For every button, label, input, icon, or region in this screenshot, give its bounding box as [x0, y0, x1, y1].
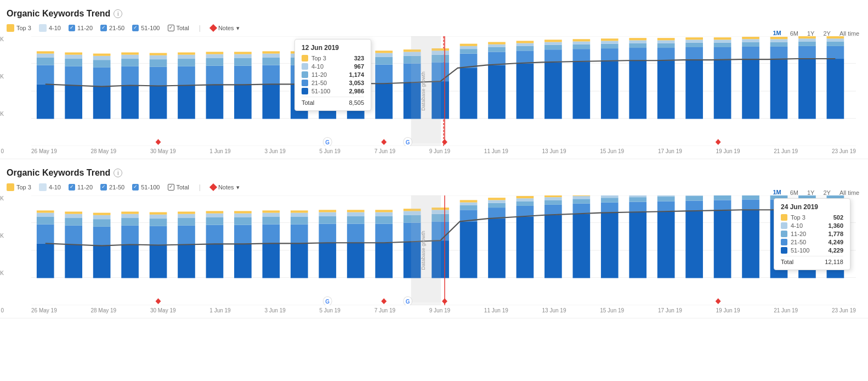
- legend-21-50-check-1[interactable]: [100, 25, 107, 31]
- legend-11-20-2[interactable]: 11-20: [69, 184, 93, 190]
- svg-rect-19: [93, 54, 111, 56]
- svg-rect-143: [798, 46, 816, 59]
- legend-total-check-2[interactable]: [168, 184, 174, 190]
- legend-11-20-label-1: 11-20: [77, 25, 93, 31]
- svg-rect-127: [714, 60, 731, 119]
- svg-rect-12: [65, 59, 82, 66]
- tooltip-val-11-20-1: 1,174: [349, 71, 364, 78]
- x2-label-5: 3 Jun 19: [264, 307, 285, 313]
- svg-rect-267: [572, 214, 590, 278]
- svg-marker-154: [381, 139, 387, 145]
- svg-rect-65: [375, 83, 393, 119]
- svg-rect-170: [37, 243, 54, 278]
- legend-bar-1: Top 3 4-10 11-20 21-50 51-100 Total: [7, 24, 861, 32]
- legend-11-20-check-2[interactable]: [69, 184, 75, 190]
- chart-panel-2: Organic Keywords Trend i Top 3 4-10 11-2…: [0, 159, 868, 318]
- svg-rect-133: [742, 47, 759, 59]
- svg-rect-285: [685, 200, 703, 211]
- tooltip-color-top3-2: [781, 214, 787, 221]
- legend-21-50-2[interactable]: 21-50: [100, 184, 124, 190]
- legend-21-50-1[interactable]: 21-50: [100, 25, 124, 31]
- svg-rect-40: [234, 85, 252, 119]
- x-label-12: 17 Jun 19: [658, 148, 682, 154]
- legend-11-20-1[interactable]: 11-20: [69, 25, 93, 31]
- notes-btn-1[interactable]: Notes ▾: [211, 25, 240, 32]
- svg-rect-135: [742, 39, 759, 42]
- svg-rect-21: [121, 66, 139, 86]
- svg-rect-28: [150, 55, 167, 59]
- svg-rect-150: [827, 38, 844, 41]
- chart-container-2: 15K 10K 5K 0: [7, 195, 861, 313]
- notes-chevron-1: ▾: [236, 25, 240, 32]
- tooltip-color-51-100-2: [781, 247, 787, 254]
- y-axis-1: 15K 10K 5K 0: [0, 36, 4, 154]
- svg-rect-279: [629, 195, 646, 197]
- svg-rect-289: [714, 200, 731, 210]
- notes-btn-2[interactable]: Notes ▾: [211, 184, 240, 191]
- svg-rect-182: [93, 219, 111, 227]
- svg-rect-149: [827, 41, 844, 46]
- tooltip-total-value-2: 12,118: [825, 259, 843, 265]
- legend-4-10-label-2: 4-10: [49, 184, 61, 190]
- svg-rect-5: [37, 84, 54, 119]
- info-icon-2[interactable]: i: [114, 169, 122, 177]
- legend-51-100-check-2[interactable]: [132, 184, 139, 190]
- svg-rect-228: [347, 212, 365, 216]
- tooltip-color-11-20-2: [781, 231, 787, 237]
- svg-rect-9: [37, 51, 54, 53]
- svg-rect-31: [178, 66, 195, 86]
- legend-top3-1[interactable]: Top 3: [7, 24, 31, 32]
- legend-total-1[interactable]: Total: [168, 25, 189, 31]
- svg-rect-148: [827, 46, 844, 59]
- legend-51-100-check-1[interactable]: [132, 25, 139, 31]
- legend-total-2[interactable]: Total: [168, 184, 189, 190]
- svg-rect-130: [714, 40, 731, 42]
- svg-rect-35: [206, 85, 224, 119]
- x2-label-7: 7 Jun 19: [375, 307, 395, 313]
- svg-rect-39: [206, 52, 224, 54]
- svg-rect-30: [178, 85, 195, 119]
- svg-rect-185: [121, 244, 139, 278]
- info-icon-1[interactable]: i: [114, 9, 122, 18]
- svg-rect-210: [263, 243, 280, 278]
- svg-rect-192: [150, 218, 167, 226]
- svg-text:Database growth: Database growth: [421, 231, 427, 270]
- svg-rect-232: [375, 216, 393, 224]
- svg-rect-219: [291, 210, 308, 212]
- x2-label-8: 9 Jun 19: [429, 307, 450, 313]
- x2-label-10: 13 Jun 19: [542, 307, 566, 313]
- legend-21-50-check-2[interactable]: [100, 184, 107, 190]
- legend-51-100-2[interactable]: 51-100: [132, 184, 160, 190]
- chart-title-text-1: Organic Keywords Trend: [7, 9, 110, 19]
- notes-diamond-2: [209, 183, 217, 191]
- svg-rect-287: [685, 195, 703, 196]
- legend-4-10-1[interactable]: 4-10: [39, 24, 61, 32]
- svg-rect-225: [347, 243, 365, 278]
- svg-text:G: G: [406, 299, 410, 305]
- legend-51-100-1[interactable]: 51-100: [132, 25, 160, 31]
- svg-rect-20: [121, 85, 139, 119]
- svg-rect-45: [263, 84, 280, 119]
- x2-label-2: 28 May 19: [90, 307, 116, 313]
- svg-rect-49: [263, 51, 280, 53]
- svg-marker-303: [156, 298, 161, 304]
- svg-rect-207: [234, 217, 252, 225]
- legend-4-10-2[interactable]: 4-10: [39, 183, 61, 191]
- svg-rect-100: [544, 42, 562, 45]
- legend-top3-2[interactable]: Top 3: [7, 183, 31, 191]
- svg-rect-178: [65, 214, 82, 218]
- svg-rect-47: [263, 58, 280, 65]
- svg-rect-217: [291, 217, 308, 225]
- svg-rect-41: [234, 66, 252, 85]
- svg-rect-218: [291, 213, 308, 217]
- svg-rect-32: [178, 59, 195, 66]
- svg-rect-268: [572, 204, 590, 214]
- legend-11-20-check-1[interactable]: [69, 25, 75, 31]
- svg-rect-134: [742, 42, 759, 47]
- legend-sep-1: |: [199, 24, 201, 32]
- svg-rect-44: [234, 52, 252, 54]
- svg-rect-89: [488, 47, 506, 52]
- svg-rect-222: [319, 216, 336, 224]
- legend-total-check-1[interactable]: [168, 25, 174, 31]
- tooltip-color-top3-1: [302, 55, 308, 61]
